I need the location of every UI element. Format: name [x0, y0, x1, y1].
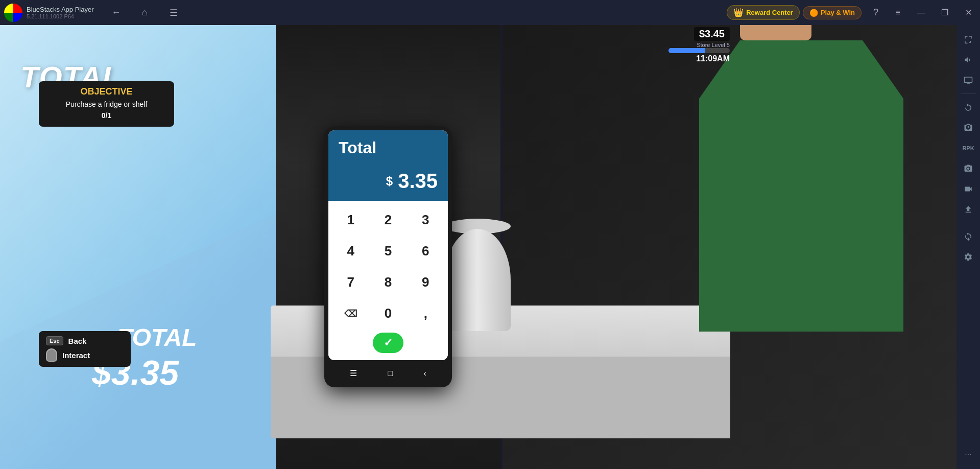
hud-top-right: $3.45 Store Level 5 11:09AM	[668, 27, 730, 63]
back-control-row: Esc Back	[46, 336, 124, 345]
sidebar-screenshot-icon[interactable]	[959, 159, 977, 178]
esc-key-badge: Esc	[46, 336, 63, 345]
sidebar-rpk-icon[interactable]: RPK	[959, 139, 977, 157]
sidebar-rotate-icon[interactable]	[959, 98, 977, 116]
key-2-button[interactable]: 2	[371, 206, 405, 234]
sidebar-tv-icon[interactable]	[959, 71, 977, 89]
controls-panel: Esc Back Interact	[39, 331, 131, 367]
cylinder-object	[444, 229, 511, 331]
phone-screen: Total $ 3.35 1 2 3 4 5 6 7 8 9 ⌫	[328, 130, 448, 360]
objective-description: Purchase a fridge or shelf	[46, 100, 167, 108]
game-area: TOTAL TOTAL $3.35 CREDIT CARD	[0, 25, 980, 469]
key-9-button[interactable]: 9	[409, 268, 443, 296]
restore-button[interactable]: ❐	[933, 0, 957, 25]
keypad: 1 2 3 4 5 6 7 8 9 ⌫ 0 , ✓	[328, 201, 448, 360]
crown-icon: 👑	[733, 8, 744, 17]
interact-control-row: Interact	[46, 348, 124, 362]
window-controls: ≡ — ❐ ✕	[886, 0, 980, 25]
close-button[interactable]: ✕	[957, 0, 980, 25]
bluestacks-logo	[4, 4, 22, 22]
objective-title: OBJECTIVE	[46, 86, 167, 97]
phone-menu-icon[interactable]: ☰	[350, 368, 357, 378]
key-backspace-button[interactable]: ⌫	[333, 299, 368, 327]
sidebar-separator-1	[961, 93, 976, 94]
phone-nav-bar: ☰ □ ‹	[324, 364, 452, 382]
phone-back-icon[interactable]: ‹	[423, 369, 426, 378]
nav-buttons: ← ⌂ ☰	[106, 4, 184, 22]
sidebar-import-icon[interactable]	[959, 200, 977, 219]
app-name: BlueStacks App Player	[27, 6, 94, 13]
play-win-label: Play & Win	[821, 9, 855, 16]
phone-amount-row: $ 3.35	[328, 166, 448, 201]
mouse-icon	[46, 348, 57, 362]
phone-total-label: Total	[339, 138, 438, 157]
keypad-grid: 1 2 3 4 5 6 7 8 9 ⌫ 0 ,	[333, 206, 443, 327]
payment-terminal[interactable]: Total $ 3.35 1 2 3 4 5 6 7 8 9 ⌫	[324, 126, 452, 387]
sidebar-separator-2	[961, 223, 976, 223]
key-4-button[interactable]: 4	[333, 237, 368, 265]
store-level-fill	[668, 48, 705, 53]
character	[674, 25, 929, 332]
reward-center-button[interactable]: 👑 Reward Center	[727, 5, 800, 20]
checkmark-icon: ✓	[384, 336, 393, 349]
app-version: 5.21.111.1002 P64	[27, 13, 74, 19]
store-level-label: Store Level 5	[697, 42, 730, 48]
minimize-button[interactable]: —	[910, 0, 933, 25]
coin-icon: 🟠	[809, 9, 818, 17]
sidebar-sync-icon[interactable]	[959, 227, 977, 246]
key-comma-button[interactable]: ,	[409, 299, 443, 327]
help-button[interactable]: ?	[867, 4, 885, 22]
back-control-label: Back	[68, 337, 87, 345]
phone-currency-symbol: $	[386, 174, 393, 189]
character-jacket	[699, 40, 903, 332]
key-7-button[interactable]: 7	[333, 268, 368, 296]
key-1-button[interactable]: 1	[333, 206, 368, 234]
sidebar-record-icon[interactable]	[959, 180, 977, 198]
menu-hamburger-button[interactable]: ≡	[886, 0, 910, 25]
store-level-bar	[668, 48, 730, 53]
key-8-button[interactable]: 8	[371, 268, 405, 296]
sidebar-settings-icon[interactable]	[959, 248, 977, 266]
sidebar-more-icon[interactable]: ···	[959, 445, 977, 464]
key-5-button[interactable]: 5	[371, 237, 405, 265]
sidebar-volume-icon[interactable]	[959, 51, 977, 69]
play-win-button[interactable]: 🟠 Play & Win	[803, 6, 862, 19]
key-0-button[interactable]: 0	[371, 299, 405, 327]
objective-panel: OBJECTIVE Purchase a fridge or shelf 0/1	[39, 81, 174, 127]
reward-center-label: Reward Center	[746, 9, 793, 16]
menu-button[interactable]: ☰	[164, 4, 183, 22]
key-3-button[interactable]: 3	[409, 206, 443, 234]
sidebar-camera-icon[interactable]	[959, 119, 977, 137]
time-display: 11:09AM	[696, 54, 730, 63]
home-button[interactable]: ⌂	[136, 4, 154, 22]
interact-control-label: Interact	[62, 351, 90, 360]
titlebar: BlueStacks App Player 5.21.111.1002 P64 …	[0, 0, 980, 25]
back-button[interactable]: ←	[107, 4, 126, 22]
right-sidebar: RPK ···	[957, 25, 980, 469]
sidebar-fullscreen-icon[interactable]	[959, 30, 977, 49]
phone-home-icon[interactable]: □	[388, 369, 393, 378]
phone-amount: 3.35	[398, 170, 438, 193]
money-display: $3.45	[694, 27, 730, 41]
key-6-button[interactable]: 6	[409, 237, 443, 265]
key-enter-button[interactable]: ✓	[373, 333, 403, 353]
objective-count: 0/1	[46, 111, 167, 120]
phone-total-header: Total	[328, 130, 448, 166]
